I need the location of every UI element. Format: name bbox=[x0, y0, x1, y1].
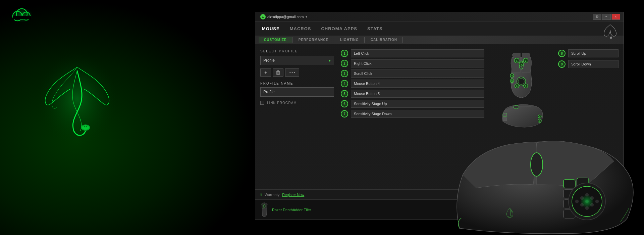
sub-tab-performance[interactable]: PERFORMANCE bbox=[293, 37, 334, 43]
delete-profile-button[interactable] bbox=[273, 68, 283, 77]
app-panel: 1 alexdippa@gmail.com ▼ ⚙ − × MOUSE MACR… bbox=[255, 12, 624, 220]
user-icon: 1 bbox=[260, 14, 266, 19]
settings-button[interactable]: ⚙ bbox=[593, 14, 601, 20]
svg-rect-11 bbox=[277, 72, 279, 75]
svg-text:5: 5 bbox=[511, 80, 513, 83]
btn-mapping-1[interactable]: Left Click bbox=[351, 49, 484, 57]
button-row-4: 4 Mouse Button 4 bbox=[341, 80, 484, 88]
svg-text:6: 6 bbox=[516, 85, 518, 88]
right-btn-number-9: 9 bbox=[558, 60, 566, 68]
select-profile-label: SELECT PROFILE bbox=[260, 49, 334, 53]
btn-number-4: 4 bbox=[341, 80, 348, 87]
button-mappings-panel: 1 Left Click 2 Right Click 3 Scroll Clic… bbox=[341, 49, 484, 204]
svg-rect-38 bbox=[503, 117, 507, 121]
right-button-rows: 8 Scroll Up 9 Scroll Down bbox=[558, 49, 619, 68]
svg-point-0 bbox=[37, 52, 117, 146]
warranty-text: Warranty bbox=[265, 193, 279, 197]
minimize-button[interactable]: − bbox=[602, 14, 611, 20]
right-button-row-8: 8 Scroll Up bbox=[558, 49, 619, 57]
device-thumbnail-icon bbox=[260, 202, 269, 217]
tab-mouse[interactable]: MOUSE bbox=[262, 25, 280, 33]
mouse-side-view-svg: 8 9 bbox=[498, 103, 545, 128]
sub-tab-calibration[interactable]: CALIBRATION bbox=[365, 37, 403, 43]
title-bar-user: 1 alexdippa@gmail.com ▼ bbox=[260, 14, 308, 19]
svg-text:9: 9 bbox=[539, 120, 540, 123]
svg-point-36 bbox=[514, 105, 519, 109]
mouse-diagram: 1 2 3 4 5 6 7 bbox=[491, 49, 551, 204]
user-email: alexdippa@gmail.com bbox=[267, 15, 304, 19]
tab-stats[interactable]: STATS bbox=[367, 25, 383, 33]
link-program-checkbox[interactable] bbox=[260, 101, 264, 105]
sub-nav: CUSTOMIZE PERFORMANCE LIGHTING CALIBRATI… bbox=[255, 36, 624, 44]
btn-number-5: 5 bbox=[341, 90, 348, 97]
profile-actions: + • • • bbox=[260, 68, 334, 77]
right-btn-mapping-9[interactable]: Scroll Down bbox=[568, 60, 619, 68]
profile-select[interactable]: Profile bbox=[260, 56, 334, 65]
right-btn-mapping-8[interactable]: Scroll Up bbox=[568, 49, 619, 57]
title-controls-group: ⚙ − × bbox=[593, 14, 620, 20]
btn-mapping-7[interactable]: Sensitivity Stage Down bbox=[351, 110, 484, 118]
nav-tabs: MOUSE MACROS CHROMA APPS STATS bbox=[255, 21, 624, 36]
add-profile-button[interactable]: + bbox=[260, 68, 271, 77]
btn-mapping-3[interactable]: Scroll Click bbox=[351, 69, 484, 78]
razer-logo-background bbox=[27, 40, 127, 158]
dropdown-arrow[interactable]: ▼ bbox=[305, 15, 308, 18]
link-program-label: LINK PROGRAM bbox=[267, 101, 297, 105]
btn-mapping-2[interactable]: Right Click bbox=[351, 59, 484, 67]
svg-point-19 bbox=[518, 79, 524, 85]
warranty-bar: ℹ Warranty Register Now bbox=[255, 189, 624, 199]
mouse-top-view-svg: 1 2 3 4 5 6 7 bbox=[508, 49, 535, 103]
background-left bbox=[0, 0, 255, 235]
sub-tab-lighting[interactable]: LIGHTING bbox=[335, 37, 365, 43]
sub-tab-customize[interactable]: CUSTOMIZE bbox=[259, 37, 292, 43]
close-button[interactable]: × bbox=[611, 14, 620, 20]
left-panel: SELECT PROFILE Profile ▼ + bbox=[260, 49, 334, 204]
btn-number-6: 6 bbox=[341, 100, 348, 107]
svg-point-2 bbox=[84, 126, 85, 127]
svg-text:4: 4 bbox=[511, 75, 513, 77]
svg-text:2: 2 bbox=[525, 59, 527, 62]
btn-number-7: 7 bbox=[341, 110, 348, 117]
button-row-2: 2 Right Click bbox=[341, 59, 484, 67]
svg-point-3 bbox=[86, 126, 87, 127]
button-row-7: 7 Sensitivity Stage Down bbox=[341, 110, 484, 118]
btn-number-1: 1 bbox=[341, 50, 348, 57]
right-button-panel: 8 Scroll Up 9 Scroll Down bbox=[558, 49, 619, 204]
warranty-register-link[interactable]: Register Now bbox=[282, 193, 304, 197]
btn-number-2: 2 bbox=[341, 60, 348, 67]
btn-mapping-6[interactable]: Sensitivity Stage Up bbox=[351, 100, 484, 108]
svg-point-43 bbox=[263, 204, 265, 208]
main-content: SELECT PROFILE Profile ▼ + bbox=[255, 44, 624, 209]
device-bar: Razer DeathAdder Elite bbox=[255, 199, 624, 220]
button-row-5: 5 Mouse Button 5 bbox=[341, 90, 484, 98]
trash-icon bbox=[276, 70, 280, 75]
btn-mapping-4[interactable]: Mouse Button 4 bbox=[351, 80, 484, 88]
tab-macros[interactable]: MACROS bbox=[290, 25, 311, 33]
btn-number-3: 3 bbox=[341, 70, 348, 77]
button-row-1: 1 Left Click bbox=[341, 49, 484, 57]
profile-name-input[interactable] bbox=[260, 87, 334, 97]
button-rows: 1 Left Click 2 Right Click 3 Scroll Clic… bbox=[341, 49, 484, 118]
svg-point-1 bbox=[82, 125, 90, 130]
right-btn-number-8: 8 bbox=[558, 50, 566, 57]
svg-rect-8 bbox=[13, 16, 31, 19]
svg-text:7: 7 bbox=[525, 85, 526, 88]
svg-rect-37 bbox=[503, 113, 507, 116]
svg-point-10 bbox=[610, 37, 612, 39]
button-row-3: 3 Scroll Click bbox=[341, 69, 484, 78]
device-name: Razer DeathAdder Elite bbox=[272, 208, 311, 212]
svg-text:8: 8 bbox=[539, 116, 540, 118]
button-row-6: 6 Sensitivity Stage Up bbox=[341, 100, 484, 108]
title-bar: 1 alexdippa@gmail.com ▼ ⚙ − × bbox=[255, 12, 624, 21]
right-button-row-9: 9 Scroll Down bbox=[558, 60, 619, 68]
svg-text:1: 1 bbox=[516, 59, 518, 62]
link-program-row: LINK PROGRAM bbox=[260, 101, 334, 105]
more-profile-button[interactable]: • • • bbox=[285, 68, 299, 77]
warranty-icon: ℹ bbox=[260, 192, 262, 197]
cloud-icon[interactable] bbox=[10, 7, 34, 23]
tab-chroma[interactable]: CHROMA APPS bbox=[321, 25, 357, 33]
razer-logo-header bbox=[602, 23, 619, 40]
profile-name-label: PROFILE NAME bbox=[260, 82, 334, 85]
btn-mapping-5[interactable]: Mouse Button 5 bbox=[351, 90, 484, 98]
profile-select-wrapper: Profile ▼ bbox=[260, 56, 334, 65]
